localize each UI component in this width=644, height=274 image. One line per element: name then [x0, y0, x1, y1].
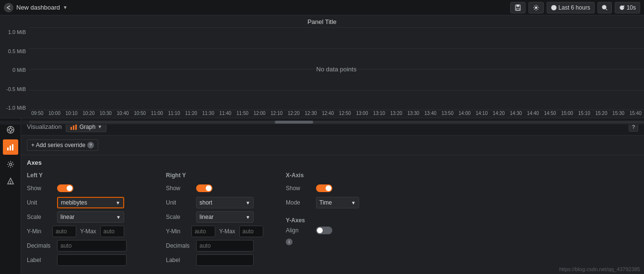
left-y-show-toggle[interactable]	[57, 184, 73, 192]
right-y-scale-label: Scale	[166, 214, 192, 220]
left-y-column: Left Y Show Unit mebibytes ▼	[27, 172, 156, 266]
x-axis-mode-value: Time	[319, 199, 332, 206]
svg-rect-14	[12, 144, 13, 150]
chart-scrollbar[interactable]	[0, 121, 644, 125]
override-help-icon: ?	[87, 142, 94, 148]
left-y-scale-select[interactable]: linear ▼	[57, 211, 124, 223]
x-label: 12:10	[268, 111, 285, 120]
x-label: 13:20	[387, 111, 405, 120]
x-axis-mode-select[interactable]: Time ▼	[316, 197, 359, 208]
x-label: 13:50	[439, 111, 456, 120]
left-y-label-row: Label	[27, 254, 156, 266]
left-y-unit-select[interactable]: mebibytes ▼	[57, 197, 124, 208]
right-y-label-input[interactable]	[196, 254, 254, 266]
save-dashboard-button[interactable]	[510, 2, 526, 13]
x-label: 11:50	[234, 111, 251, 120]
refresh-button[interactable]: 10s	[615, 2, 640, 13]
sidebar-item-visualization[interactable]	[3, 139, 18, 155]
right-y-unit-select[interactable]: short ▼	[196, 197, 254, 208]
svg-point-3	[535, 7, 537, 9]
y-axes-info-icon[interactable]: i	[286, 239, 293, 245]
right-y-unit-label: Unit	[166, 199, 192, 206]
left-y-unit-label: Unit	[27, 199, 53, 206]
x-axis-show-label: Show	[286, 185, 312, 192]
right-y-unit-row: Unit short ▼	[166, 197, 276, 208]
left-y-scale-row: Scale linear ▼	[27, 211, 156, 223]
right-y-scale-value: linear	[199, 214, 213, 220]
add-series-override-button[interactable]: + Add series override ?	[27, 139, 98, 151]
svg-point-7	[9, 128, 12, 131]
x-label: 12:20	[285, 111, 303, 120]
svg-point-15	[9, 163, 12, 166]
y-axes-subsection: Y-Axes Align i	[286, 217, 391, 248]
chevron-down-icon: ▼	[97, 124, 102, 129]
right-y-show-toggle[interactable]	[196, 184, 212, 192]
y-label-3: 0 MiB	[2, 67, 26, 73]
time-range-button[interactable]: Last 6 hours	[547, 2, 595, 13]
left-y-decimals-input[interactable]	[57, 240, 127, 251]
axes-section: Axes Left Y Show Unit mebibytes	[21, 155, 644, 272]
x-label: 11:00	[148, 111, 165, 120]
x-axis-show-toggle[interactable]	[316, 184, 332, 192]
scrollbar-thumb[interactable]	[275, 121, 313, 124]
left-y-label-label: Label	[27, 257, 53, 263]
sidebar-item-settings[interactable]	[3, 157, 18, 172]
left-y-max-input[interactable]	[100, 226, 124, 237]
left-y-min-input[interactable]	[52, 226, 76, 237]
right-y-show-label: Show	[166, 185, 192, 192]
y-axes-align-toggle[interactable]	[316, 227, 332, 234]
x-label: 14:20	[490, 111, 507, 120]
chart-inner: 1.0 MiB 0.5 MiB 0 MiB -0.5 MiB -1.0 MiB …	[0, 27, 644, 111]
right-y-min-label: Y-Min	[166, 228, 187, 235]
x-axis-row: 09:50 10:00 10:10 10:20 10:30 10:40 10:5…	[0, 111, 644, 120]
x-axis-show-thumb	[326, 185, 331, 191]
zoom-button[interactable]	[597, 2, 612, 13]
x-label: 10:00	[46, 111, 63, 120]
dashboard-dropdown-arrow[interactable]: ▼	[63, 5, 68, 10]
right-y-decimals-input[interactable]	[196, 240, 254, 251]
right-y-scale-select[interactable]: linear ▼	[196, 211, 254, 223]
settings-button[interactable]	[528, 2, 544, 13]
sidebar-item-alerts[interactable]	[3, 174, 18, 189]
left-y-unit-value: mebibytes	[61, 199, 87, 206]
left-y-min-label: Y-Min	[27, 228, 48, 235]
svg-rect-2	[516, 8, 519, 10]
x-axis-show-row: Show	[286, 183, 391, 194]
scrollbar-track	[29, 121, 644, 124]
chevron-down-icon: ▼	[116, 215, 121, 220]
x-label: 14:40	[525, 111, 542, 120]
x-label: 10:50	[131, 111, 149, 120]
right-y-show-thumb	[206, 185, 211, 191]
x-label: 15:40	[627, 111, 644, 120]
x-axis-mode-label: Mode	[286, 199, 312, 206]
x-axis-title: X-Axis	[286, 172, 391, 179]
x-label: 11:10	[165, 111, 183, 120]
right-y-decimals-label: Decimals	[166, 242, 192, 249]
x-label: 14:30	[507, 111, 525, 120]
left-y-label-input[interactable]	[57, 254, 127, 266]
x-label: 10:40	[114, 111, 131, 120]
no-data-message: No data points	[316, 66, 357, 73]
back-button[interactable]	[4, 3, 13, 12]
y-axes-info-row: i	[286, 236, 391, 248]
right-y-show-row: Show	[166, 183, 276, 194]
x-label: 13:30	[405, 111, 422, 120]
right-y-min-input[interactable]	[191, 226, 215, 237]
left-y-scale-value: linear	[60, 214, 74, 220]
time-range-label: Last 6 hours	[559, 4, 590, 11]
svg-rect-13	[10, 146, 11, 150]
grid-line-top	[29, 27, 644, 28]
left-y-show-label: Show	[27, 185, 53, 192]
right-y-decimals-row: Decimals	[166, 240, 276, 251]
x-label: 15:20	[593, 111, 610, 120]
chevron-down-icon: ▼	[351, 200, 356, 206]
axes-section-title: Axes	[27, 159, 638, 168]
svg-rect-12	[7, 148, 9, 150]
right-y-max-input[interactable]	[239, 226, 263, 237]
x-label: 11:20	[183, 111, 200, 120]
x-label: 10:10	[63, 111, 80, 120]
x-label: 15:10	[576, 111, 593, 120]
y-label-2: 0.5 MiB	[2, 48, 26, 54]
grid-line-bottom	[29, 110, 644, 110]
config-panel: Visualization Graph ▼ ? + Add series ove…	[21, 118, 644, 274]
